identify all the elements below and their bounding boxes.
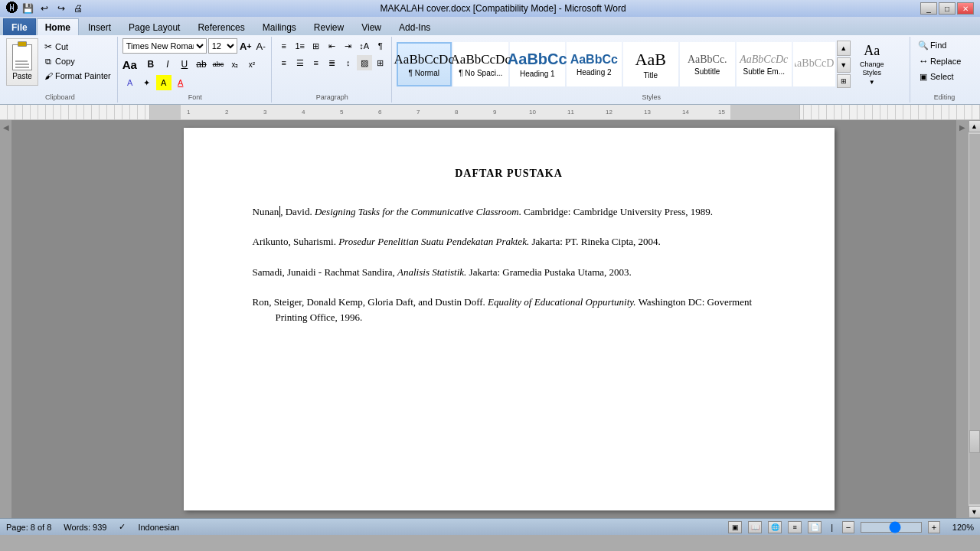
styles-scroll-up[interactable]: ▲ (837, 41, 851, 56)
tab-page-layout[interactable]: Page Layout (120, 18, 188, 35)
view-web-button[interactable]: 🌐 (768, 521, 782, 533)
scroll-down-button[interactable]: ▼ (969, 506, 981, 518)
style-normal-button[interactable]: AaBbCcDc ¶ Normal (397, 42, 452, 86)
style-subtle-button[interactable]: AaBbCcDc Subtle Em... (737, 42, 792, 86)
window-controls[interactable]: _ □ ✕ (920, 2, 974, 15)
tab-home[interactable]: Home (37, 18, 79, 35)
shading-button[interactable]: ▨ (357, 55, 372, 70)
border-button[interactable]: ⊞ (373, 55, 388, 70)
select-button[interactable]: Select (915, 70, 972, 83)
select-icon (918, 71, 929, 82)
replace-label: Replace (930, 57, 961, 66)
justify-button[interactable]: ≣ (325, 55, 340, 70)
font-name-select[interactable]: Times New Roman (122, 38, 207, 54)
subscript-button[interactable]: x₂ (227, 57, 243, 72)
increase-indent-button[interactable]: ⇥ (341, 38, 356, 54)
scroll-thumb[interactable] (969, 430, 980, 453)
tab-file[interactable]: File (3, 18, 36, 35)
tab-mailings[interactable]: Mailings (254, 18, 305, 35)
ruler-num-6: 6 (378, 109, 381, 116)
undo-quick-btn[interactable]: ↩ (37, 2, 52, 15)
decrease-font-button[interactable]: A- (254, 39, 268, 53)
page-container[interactable]: DAFTAR PUSTAKA Nunan, David. Designing T… (145, 120, 872, 518)
styles-scroll-down[interactable]: ▼ (837, 57, 851, 73)
ribbon: File Home Insert Page Layout References … (0, 17, 980, 105)
tab-add-ins[interactable]: Add-Ins (390, 18, 439, 35)
show-formatting-button[interactable]: ¶ (373, 38, 388, 54)
word-count-text: Words: 939 (64, 523, 106, 532)
strikethrough-button[interactable]: ab (194, 57, 209, 72)
change-styles-button[interactable]: Aa ChangeStyles ▼ (852, 42, 892, 86)
align-right-button[interactable]: ≡ (309, 55, 324, 70)
document-page[interactable]: DAFTAR PUSTAKA Nunan, David. Designing T… (184, 128, 835, 510)
tab-view[interactable]: View (353, 18, 390, 35)
style-heading2-button[interactable]: AaBbCc Heading 2 (567, 42, 622, 86)
zoom-out-button[interactable]: − (842, 521, 854, 533)
restore-button[interactable]: □ (939, 2, 956, 15)
style-extra-button[interactable]: AaBbCcDc (793, 42, 835, 86)
paragraph-group: ≡ 1≡ ⊞ ⇤ ⇥ ↕A ¶ ≡ ☰ ≡ ≣ ↕ ▨ ⊞ (273, 37, 392, 103)
line-spacing-button[interactable]: ↕ (341, 55, 356, 70)
view-outline-button[interactable]: ≡ (788, 521, 802, 533)
text-effects-button[interactable]: A (122, 75, 138, 90)
replace-button[interactable]: Replace (915, 54, 972, 68)
clear-formatting-button[interactable]: ✦ (139, 75, 155, 90)
font-color-button[interactable]: A (173, 75, 188, 90)
paste-button[interactable]: Paste (6, 38, 38, 86)
find-icon (918, 40, 929, 51)
paragraph-align-row: ≡ ☰ ≡ ≣ ↕ ▨ ⊞ (276, 55, 388, 70)
style-title-button[interactable]: AaB Title (623, 42, 678, 86)
zoom-slider[interactable] (861, 522, 922, 533)
copy-button[interactable]: Copy (40, 54, 114, 68)
italic-button[interactable]: I (160, 57, 175, 72)
zoom-in-button[interactable]: + (928, 521, 940, 533)
view-draft-button[interactable]: 📄 (808, 521, 822, 533)
tab-references[interactable]: References (189, 18, 253, 35)
align-left-button[interactable]: ≡ (276, 55, 292, 70)
reference-entry-3: Samadi, Junaidi - Rachmat Sandira, Anali… (253, 265, 766, 280)
vertical-scrollbar[interactable]: ▲ ▼ (968, 120, 980, 518)
redo-quick-btn[interactable]: ↪ (54, 2, 69, 15)
tab-review[interactable]: Review (305, 18, 352, 35)
style-heading1-button[interactable]: AaBbCc Heading 1 (510, 42, 565, 86)
ruler-num-5: 5 (340, 109, 343, 116)
highlight-button[interactable]: A (156, 75, 172, 90)
align-center-button[interactable]: ☰ (292, 55, 308, 70)
sort-button[interactable]: ↕A (357, 38, 372, 54)
style-subtitle-button[interactable]: AaBbCc. Subtitle (680, 42, 735, 86)
style-no-spacing-button[interactable]: AaBbCcDc ¶ No Spaci... (453, 42, 508, 86)
word-count: Words: 939 (64, 523, 106, 532)
tab-insert[interactable]: Insert (80, 18, 119, 35)
decrease-indent-button[interactable]: ⇤ (325, 38, 340, 54)
zoom-separator: | (831, 523, 833, 532)
style-title-preview: AaB (635, 50, 666, 70)
underline-button[interactable]: U (177, 57, 192, 72)
ruler-num-15: 15 (718, 109, 725, 116)
numbering-button[interactable]: 1≡ (292, 38, 308, 54)
print-quick-btn[interactable]: 🖨 (70, 2, 86, 15)
font-size-select[interactable]: 12 (208, 38, 237, 54)
strikethrough2-button[interactable]: abc (211, 57, 226, 72)
cut-button[interactable]: Cut (40, 40, 114, 54)
minimize-button[interactable]: _ (920, 2, 937, 15)
styles-scroll-buttons: ▲ ▼ ⊞ (837, 41, 851, 88)
format-painter-label: Format Painter (55, 71, 111, 80)
reference-entry-1: Nunan, David. Designing Tasks for the Co… (253, 204, 766, 220)
ref4-title: Equality of Educational Oppurtunity. (488, 296, 636, 308)
cut-icon (43, 41, 54, 52)
styles-scroll-more[interactable]: ⊞ (837, 74, 851, 88)
find-button[interactable]: Find (915, 38, 972, 52)
view-full-reading-button[interactable]: 📖 (748, 521, 762, 533)
increase-font-button[interactable]: A+ (239, 39, 253, 53)
multilevel-button[interactable]: ⊞ (309, 38, 324, 54)
bold-button[interactable]: B (143, 57, 158, 72)
save-quick-btn[interactable]: 💾 (20, 2, 35, 15)
bullets-button[interactable]: ≡ (276, 38, 292, 54)
view-print-button[interactable]: ▣ (728, 521, 742, 533)
superscript-button[interactable]: x² (244, 57, 260, 72)
close-button[interactable]: ✕ (957, 2, 974, 15)
paragraph-content: ≡ 1≡ ⊞ ⇤ ⇥ ↕A ¶ ≡ ☰ ≡ ≣ ↕ ▨ ⊞ (276, 38, 388, 101)
format-painter-button[interactable]: Format Painter (40, 69, 114, 83)
scroll-up-button[interactable]: ▲ (969, 120, 981, 132)
quick-access-toolbar: 🅦 💾 ↩ ↪ 🖨 (6, 2, 86, 15)
